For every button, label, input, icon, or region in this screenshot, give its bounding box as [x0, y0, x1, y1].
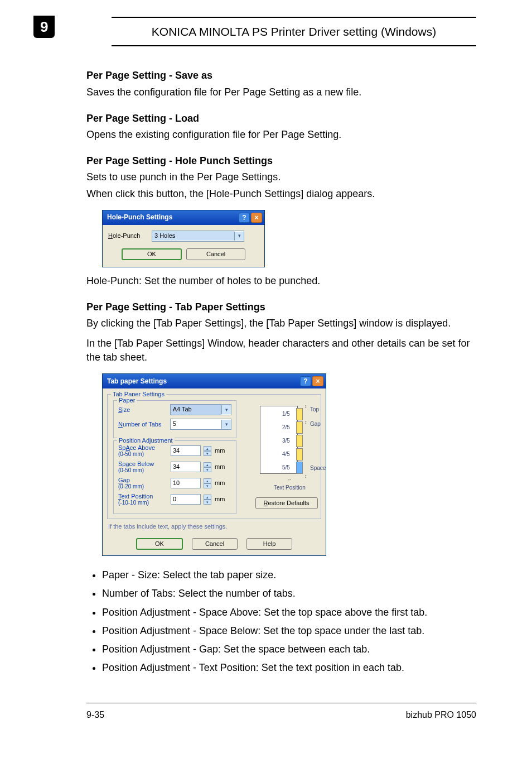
bullet-list: Paper - Size: Select the tab paper size.…: [86, 568, 476, 675]
chapter-tab: 9: [33, 16, 55, 38]
gap-label: Gap(0-20 mm): [118, 477, 167, 490]
hole-punch-dialog: Hole-Punch Settings ? × Hole-Punch 3 Hol…: [102, 210, 265, 267]
list-item: Position Adjustment - Space Above: Set t…: [102, 606, 476, 620]
cancel-button[interactable]: Cancel: [192, 538, 238, 550]
ok-button[interactable]: OK: [136, 538, 183, 550]
num-tabs-label: Number of Tabs: [118, 421, 167, 428]
position-adjust-group: Position Adjustment: [117, 436, 175, 445]
close-icon[interactable]: ×: [251, 213, 262, 223]
space-below-label: Space Below(0-50 mm): [118, 460, 167, 473]
chevron-down-icon: ▾: [234, 232, 244, 241]
heading-load: Per Page Setting - Load: [86, 112, 476, 126]
unit-label: mm: [215, 495, 225, 503]
desc-tab-paper-2: In the [Tab Paper Settings] Window, head…: [86, 337, 476, 364]
restore-defaults-button[interactable]: Restore Defaults: [255, 497, 318, 509]
desc-hole-punch-2: When click this button, the [Hole-Punch …: [86, 187, 476, 201]
hole-punch-label: Hole-Punch: [108, 232, 152, 240]
text-position-input[interactable]: 0: [171, 494, 201, 505]
help-button[interactable]: Help: [246, 538, 292, 550]
desc-hole-punch-3: Hole-Punch: Set the number of holes to b…: [86, 274, 476, 288]
chevron-down-icon: ▾: [221, 405, 231, 414]
list-item: Position Adjustment - Gap: Set the space…: [102, 642, 476, 656]
page-title: KONICA MINOLTA PS Printer Driver setting…: [112, 18, 476, 45]
size-label: Size: [118, 406, 167, 413]
desc-load: Opens the existing configuration file fo…: [86, 128, 476, 142]
list-item: Paper - Size: Select the tab paper size.: [102, 568, 476, 582]
desc-hole-punch-1: Sets to use punch in the Per Page Settin…: [86, 170, 476, 184]
tab-paper-dialog: Tab paper Settings ? × Tab Paper Setting…: [102, 373, 326, 556]
list-item: Position Adjustment - Text Position: Set…: [102, 661, 476, 675]
heading-tab-paper: Per Page Setting - Tab Paper Settings: [86, 300, 476, 314]
list-item: Position Adjustment - Space Below: Set t…: [102, 624, 476, 638]
heading-save-as: Per Page Setting - Save as: [86, 69, 476, 83]
dialog-title: Tab paper Settings: [107, 377, 299, 386]
paper-group: Paper: [117, 396, 137, 405]
space-above-label: SpAce Above(0-50 mm): [118, 444, 167, 457]
unit-label: mm: [215, 479, 225, 487]
size-select[interactable]: A4 Tab ▾: [170, 404, 231, 415]
hole-punch-select[interactable]: 3 Holes ▾: [152, 231, 244, 242]
heading-hole-punch: Per Page Setting - Hole Punch Settings: [86, 154, 476, 168]
desc-tab-paper-1: By clicking the [Tab Paper Settings], th…: [86, 316, 476, 330]
chevron-down-icon: ▾: [221, 420, 231, 429]
gap-input[interactable]: 10: [171, 478, 201, 488]
text-position-spinner[interactable]: ▴▾: [204, 495, 211, 504]
help-icon[interactable]: ?: [300, 376, 311, 386]
gap-spinner[interactable]: ▴▾: [204, 478, 211, 488]
page-number: 9-35: [86, 709, 104, 721]
list-item: Number of Tabs: Select the number of tab…: [102, 587, 476, 601]
close-icon[interactable]: ×: [312, 376, 323, 386]
num-tabs-select[interactable]: 5 ▾: [170, 419, 231, 430]
unit-label: mm: [215, 463, 225, 471]
space-above-spinner[interactable]: ▴▾: [204, 446, 211, 455]
help-icon[interactable]: ?: [239, 213, 250, 223]
cancel-button[interactable]: Cancel: [186, 248, 245, 260]
unit-label: mm: [215, 447, 225, 455]
product-name: bizhub PRO 1050: [406, 709, 476, 721]
dialog-title: Hole-Punch Settings: [107, 213, 238, 222]
space-below-input[interactable]: 34: [171, 462, 201, 472]
desc-save-as: Saves the configuration file for Per Pag…: [86, 85, 476, 99]
instruction-text: If the tabs include text, apply these se…: [108, 522, 320, 531]
ok-button[interactable]: OK: [122, 248, 182, 260]
preview-diagram: 1/5 2/5 3/5 4/5 5/5 Top Gap Space Text P…: [243, 400, 330, 495]
space-above-input[interactable]: 34: [171, 445, 201, 456]
text-position-label: Text Position(-10-10 mm): [118, 493, 167, 506]
space-below-spinner[interactable]: ▴▾: [204, 462, 211, 472]
